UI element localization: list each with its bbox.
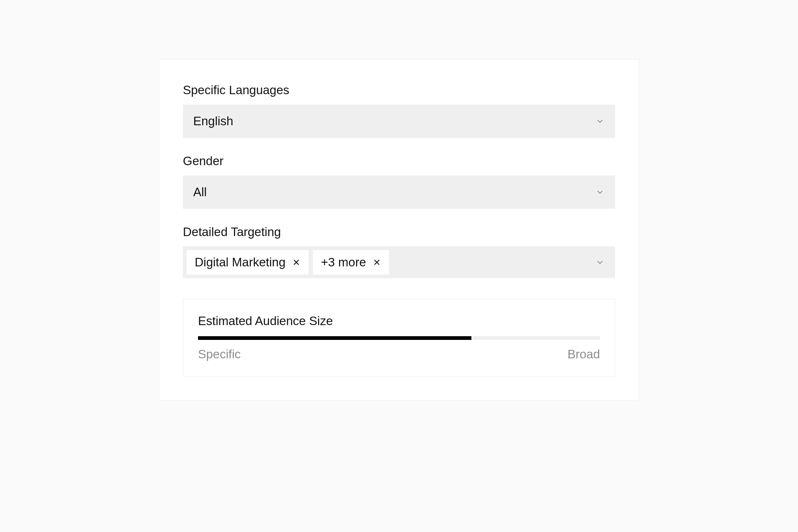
targeting-tag-label: Digital Marketing	[195, 255, 286, 269]
chevron-down-icon	[595, 116, 605, 126]
gender-label: Gender	[183, 154, 615, 168]
gender-value: All	[193, 185, 207, 199]
targeting-label: Detailed Targeting	[183, 225, 615, 239]
audience-box: Estimated Audience Size Specific Broad	[183, 299, 615, 376]
gender-field: Gender All	[183, 154, 615, 209]
close-icon[interactable]	[373, 258, 381, 266]
gender-select[interactable]: All	[183, 175, 615, 209]
targeting-card: Specific Languages English Gender All De…	[159, 59, 639, 400]
languages-value: English	[193, 114, 233, 128]
targeting-tag[interactable]: +3 more	[313, 250, 389, 274]
audience-title: Estimated Audience Size	[198, 314, 600, 328]
audience-labels: Specific Broad	[198, 347, 600, 361]
chevron-down-icon	[595, 258, 605, 267]
targeting-field: Detailed Targeting Digital Marketing +3 …	[183, 225, 615, 278]
targeting-tag-label: +3 more	[321, 255, 366, 269]
close-icon[interactable]	[292, 258, 300, 266]
languages-field: Specific Languages English	[183, 83, 615, 138]
audience-left-label: Specific	[198, 347, 241, 361]
targeting-select[interactable]: Digital Marketing +3 more	[183, 246, 615, 278]
audience-bar	[198, 336, 600, 340]
audience-bar-fill	[198, 336, 471, 340]
targeting-tag-list: Digital Marketing +3 more	[187, 250, 389, 274]
languages-label: Specific Languages	[183, 83, 615, 97]
audience-right-label: Broad	[567, 347, 600, 361]
chevron-down-icon	[595, 187, 605, 197]
targeting-tag[interactable]: Digital Marketing	[187, 250, 308, 274]
languages-select[interactable]: English	[183, 105, 615, 138]
